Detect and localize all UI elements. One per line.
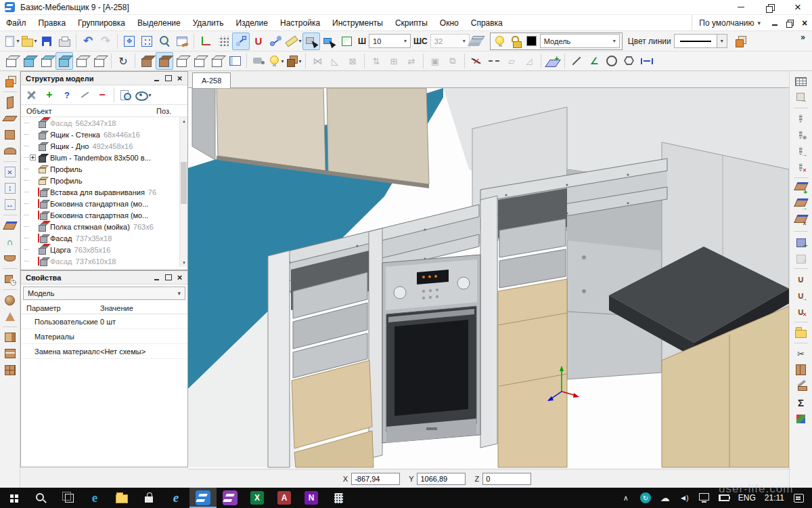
box-door-icon[interactable] [1, 329, 19, 345]
panel-close-button[interactable] [175, 273, 185, 282]
edge-add-icon[interactable] [792, 180, 810, 196]
groove-icon[interactable] [792, 271, 810, 287]
zoom-selected-button[interactable] [138, 33, 156, 50]
edge-panel-icon[interactable] [1, 217, 19, 234]
zoom-in-button[interactable] [156, 33, 173, 50]
snap-point-button[interactable] [267, 33, 285, 50]
layer-lock-button[interactable] [509, 33, 524, 50]
sync-icon[interactable] [640, 492, 651, 503]
tree-item[interactable]: Царга 763x85x16 [21, 244, 179, 255]
structure-help-button[interactable] [58, 86, 76, 104]
edge-replace-icon[interactable] [792, 196, 810, 213]
summary-icon[interactable] [792, 394, 810, 410]
tree-item[interactable]: Боковина стандартная (мо... [21, 209, 179, 221]
tree-item[interactable]: Профиль [21, 175, 179, 186]
fastener-replace-icon[interactable] [792, 143, 810, 159]
open-file-button[interactable] [20, 33, 38, 50]
volume-icon[interactable] [679, 492, 690, 503]
groove-replace-icon[interactable] [792, 287, 810, 303]
menu-item[interactable]: Справка [465, 16, 509, 30]
select-camera-button[interactable] [320, 33, 338, 50]
block-delete-icon[interactable] [792, 250, 810, 266]
fastener-settings-icon[interactable] [792, 127, 810, 143]
panel-title-bar[interactable]: Свойства [21, 271, 187, 284]
dimension-vertical-icon[interactable] [1, 180, 19, 196]
camera-button[interactable] [250, 52, 267, 70]
tree-item[interactable]: Профиль [21, 163, 179, 175]
toolbar-overflow-button[interactable]: » [800, 31, 809, 42]
layer-combobox[interactable]: Модель [540, 34, 620, 48]
edge-delete-icon[interactable] [792, 213, 810, 229]
tree-item[interactable]: Фасад 562x347x18 [21, 117, 179, 129]
layer-color-swatch[interactable] [525, 33, 539, 50]
structure-visibility-button[interactable] [135, 86, 152, 104]
copy-style-button[interactable] [731, 33, 749, 50]
draw-polygon-button[interactable] [621, 52, 638, 70]
store-icon[interactable] [135, 488, 162, 508]
table-view-icon[interactable] [792, 73, 810, 89]
textures-button[interactable] [285, 52, 302, 70]
calculator-icon[interactable] [325, 488, 352, 508]
document-minimize-button[interactable] [767, 17, 782, 29]
print-button[interactable] [55, 33, 73, 50]
menu-item[interactable]: Выделение [131, 16, 187, 30]
line-style-dropdown-button[interactable] [717, 34, 727, 48]
select-parts-button[interactable] [302, 33, 320, 50]
render-sketch-button[interactable] [208, 52, 226, 70]
panel-minimize-button[interactable] [152, 74, 162, 83]
panel-title-bar[interactable]: Структура модели [21, 72, 187, 85]
view-wireframe-button[interactable] [3, 52, 20, 70]
lighting-button[interactable] [267, 52, 285, 70]
snap-line-button[interactable] [232, 33, 250, 50]
property-row[interactable]: Материалы [21, 329, 187, 344]
access-icon[interactable]: A [271, 488, 298, 508]
menu-item[interactable]: Правка [32, 16, 72, 30]
panel-minimize-button[interactable] [152, 273, 162, 282]
scroll-up-icon[interactable] [180, 117, 187, 125]
structure-tools-button[interactable] [23, 86, 41, 104]
property-row[interactable]: Пользовательские 0 шт [21, 314, 187, 329]
measure-button[interactable] [285, 33, 302, 50]
panel-maximize-button[interactable] [163, 273, 173, 282]
fastener-delete-icon[interactable] [792, 159, 810, 175]
copy-sheets-icon[interactable] [1, 73, 19, 89]
magnet-snap-button[interactable] [250, 33, 267, 50]
onedrive-icon[interactable] [660, 492, 671, 503]
internet-explorer-icon[interactable] [162, 488, 189, 508]
view-iso-button[interactable] [73, 52, 91, 70]
tree-item[interactable]: Ящик - Стенка 68x446x16 [21, 129, 179, 140]
bent-facade-icon[interactable] [1, 234, 19, 250]
expand-toggle[interactable] [30, 154, 36, 161]
edge-browser-icon[interactable] [81, 488, 108, 508]
y-coordinate-input[interactable] [417, 473, 466, 485]
rotate-panel-icon[interactable] [1, 271, 19, 287]
structure-add-button[interactable] [41, 86, 58, 104]
redraw-button[interactable] [173, 33, 191, 50]
copy-model-icon[interactable] [792, 89, 810, 106]
3d-canvas[interactable] [188, 88, 789, 469]
menu-item[interactable]: Файл [0, 16, 32, 30]
x-coordinate-input[interactable] [351, 473, 400, 485]
window-restore-button[interactable] [755, 0, 784, 14]
built-in-oven[interactable] [382, 255, 480, 443]
sphere-icon[interactable] [1, 292, 19, 308]
groove-delete-icon[interactable] [792, 303, 810, 320]
folder-icon[interactable] [792, 324, 810, 341]
property-row[interactable]: Замена материалов <Нет схемы> [21, 344, 187, 359]
coordinate-system-button[interactable] [197, 33, 215, 50]
tray-expand-icon[interactable] [621, 492, 631, 503]
dimensions-icon[interactable] [1, 164, 19, 180]
dimension-button[interactable] [638, 52, 656, 70]
drill-part-icon[interactable] [792, 378, 810, 394]
search-button[interactable] [27, 488, 54, 508]
menu-item[interactable]: Настройка [274, 16, 326, 30]
tree-item[interactable]: Фасад 737x35x18 [21, 232, 179, 244]
view-free-orbit-button[interactable] [91, 52, 108, 70]
grid-button[interactable] [215, 33, 232, 50]
zoom-extents-button[interactable] [120, 33, 138, 50]
render-solid-button[interactable] [138, 52, 156, 70]
file-explorer-icon[interactable] [108, 488, 135, 508]
panel-vertical-icon[interactable] [1, 94, 19, 110]
layer-visibility-button[interactable] [493, 33, 508, 50]
menu-item[interactable]: Группировка [72, 16, 131, 30]
